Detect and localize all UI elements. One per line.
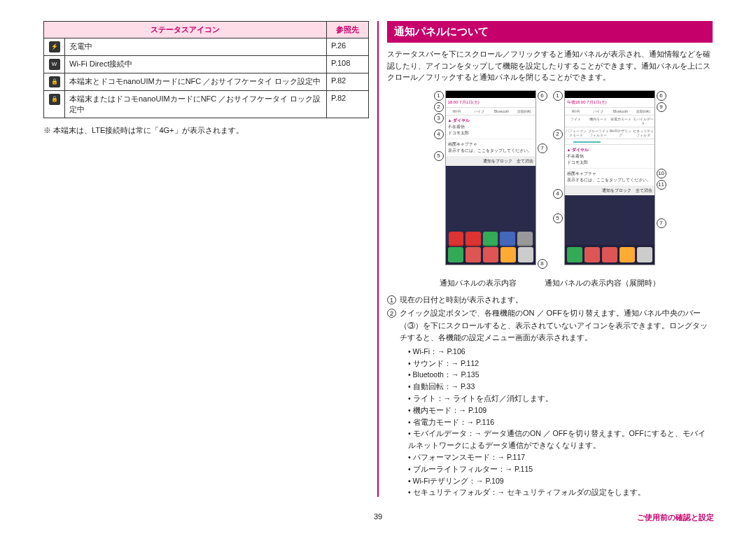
- callout-7b: 7: [657, 218, 666, 228]
- caption-2: 通知パネルの表示内容（展開時）: [545, 278, 660, 288]
- section-title: 通知パネルについて: [387, 21, 713, 43]
- left-column: ステータスアイコン 参照先 ⚡ 充電中 P.26 W Wi-Fi Direct接…: [35, 21, 377, 497]
- cell: P.26: [327, 38, 369, 56]
- callout-6: 6: [538, 91, 547, 101]
- bullet-list: Wi-Fi：→ P.106 サウンド：→ P.112 Bluetooth：→ P…: [408, 346, 713, 498]
- bullet: ブルーライトフィルター：→ P.115: [408, 463, 713, 475]
- notif-sub: 表示するには、ここをタップしてください。: [448, 148, 533, 154]
- callout-9: 9: [657, 102, 666, 112]
- nfc-lock-icon: 🔒: [49, 76, 60, 87]
- th-icon: ステータスアイコン: [44, 22, 327, 38]
- toggle: モバイルデータ: [632, 117, 654, 125]
- toggle: 自動回転: [632, 109, 654, 113]
- notif-title: 不在着信: [567, 153, 652, 160]
- section-name: ご使用前の確認と設定: [637, 512, 714, 523]
- callout-1: 1: [434, 91, 444, 101]
- bullet: Wi-Fiテザリング：→ P.109: [408, 475, 713, 487]
- callout-7: 7: [538, 143, 547, 153]
- toggle: Bluetooth: [610, 109, 632, 113]
- bullet: Bluetooth：→ P.135: [408, 369, 713, 381]
- caption-1: 通知パネルの表示内容: [440, 278, 517, 288]
- clear-btn: 全て消去: [517, 159, 533, 163]
- toggle: ライト: [565, 117, 587, 125]
- callout-4b: 4: [553, 189, 563, 199]
- toggle: 自動回転: [513, 109, 536, 113]
- panel-datetime: 午後18:00 7月1日(土): [565, 98, 654, 108]
- callout-1b: 1: [553, 91, 563, 101]
- notif-sub: ドコモ太郎: [567, 160, 652, 166]
- notif-title: 不在着信: [448, 124, 533, 130]
- notif-sub: ドコモ太郎: [448, 130, 533, 136]
- nfc-lock-icon-2: 🔒: [49, 94, 60, 105]
- num-1: 1: [387, 295, 396, 304]
- toggle: Wi-Fi: [565, 109, 587, 113]
- bullet: 自動回転：→ P.33: [408, 381, 713, 393]
- page-number: 39: [374, 512, 382, 521]
- toggle: Bluetooth: [491, 109, 513, 113]
- cell: Wi-Fi Direct接続中: [65, 56, 327, 73]
- bullet: モバイルデータ：→ データ通信のON ／ OFFを切り替えます。OFFにすると、…: [408, 428, 713, 451]
- toggle: Wi-Fi: [446, 109, 468, 113]
- callout-3: 3: [434, 113, 444, 123]
- callout-5: 5: [434, 151, 444, 161]
- bullet: セキュリティフォルダ：→ セキュリティフォルダの設定をします。: [408, 486, 713, 498]
- num-2: 2: [387, 309, 396, 318]
- table-row: W Wi-Fi Direct接続中 P.108: [44, 56, 369, 73]
- bullet: Wi-Fi：→ P.106: [408, 346, 713, 358]
- callout-2b: 2: [553, 129, 563, 139]
- callout-5b: 5: [553, 213, 563, 223]
- callout-11: 11: [657, 180, 666, 190]
- cell: 本端末またはドコモnanoUIMカードにNFC ／おサイフケータイ ロック設定中: [65, 91, 327, 118]
- toggle: バイブ: [587, 109, 610, 113]
- block-btn: 通知をブロック: [602, 188, 631, 192]
- callout-2: 2: [434, 102, 444, 112]
- toggle: バイブ: [468, 109, 491, 113]
- page-footer: 39 ご使用前の確認と設定: [0, 512, 756, 523]
- phone-screenshot-expanded: 午後18:00 7月1日(土) Wi-Fi バイブ Bluetooth 自動回転…: [564, 90, 655, 265]
- callout-4: 4: [434, 129, 444, 139]
- phone-screenshot-collapsed: 18:00 7月1日(土) Wi-Fi バイブ Bluetooth 自動回転 ▲…: [445, 90, 536, 265]
- notif-sub: 表示するには、ここをタップしてください。: [567, 177, 652, 183]
- table-row: 🔒 本端末とドコモnanoUIMカードにNFC ／おサイフケータイ ロック設定中…: [44, 73, 369, 91]
- table-row: 🔒 本端末またはドコモnanoUIMカードにNFC ／おサイフケータイ ロック設…: [44, 91, 369, 118]
- cell: P.108: [327, 56, 369, 73]
- toggle: 機内モード: [587, 117, 610, 125]
- toggle: パフォーマンスモード: [565, 129, 587, 137]
- cell: 本端末とドコモnanoUIMカードにNFC ／おサイフケータイ ロック設定中: [65, 73, 327, 91]
- clear-btn: 全て消去: [636, 188, 652, 192]
- intro-text: ステータスバーを下にスクロール／フリックすると通知パネルが表示され、通知情報など…: [387, 48, 713, 83]
- notif-title: 画面キャプチャ: [567, 171, 652, 177]
- detail-text: 現在の日付と時刻が表示されます。: [400, 294, 523, 307]
- cell: 充電中: [65, 38, 327, 56]
- status-icons-table: ステータスアイコン 参照先 ⚡ 充電中 P.26 W Wi-Fi Direct接…: [43, 21, 369, 118]
- details: 1 現在の日付と時刻が表示されます。 2 クイック設定ボタンで、各種機能のON …: [387, 294, 713, 344]
- bullet: ライト：→ ライトを点灯／消灯します。: [408, 393, 713, 405]
- notif-app: ▲ ダイヤル: [567, 147, 652, 153]
- notif-app: ▲ ダイヤル: [448, 118, 533, 124]
- wifi-direct-icon: W: [49, 59, 60, 70]
- notif-title: 画面キャプチャ: [448, 141, 533, 148]
- bullet: サウンド：→ P.112: [408, 358, 713, 370]
- toggle: セキュリティフォルダ: [632, 129, 654, 137]
- detail-text: クイック設定ボタンで、各種機能のON ／ OFFを切り替えます。通知パネル中央の…: [400, 307, 713, 344]
- cell: P.82: [327, 91, 369, 118]
- toggle: 省電力モード: [610, 117, 632, 125]
- right-column: 通知パネルについて ステータスバーを下にスクロール／フリックすると通知パネルが表…: [379, 21, 721, 497]
- th-ref: 参照先: [327, 22, 369, 38]
- screenshots: 1 2 3 4 5 18:00 7月1日(土) Wi-Fi バイブ Blueto…: [387, 90, 713, 269]
- callout-6b: 6: [657, 91, 666, 101]
- callout-8: 8: [538, 259, 547, 269]
- charging-icon: ⚡: [49, 41, 60, 52]
- two-column-layout: ステータスアイコン 参照先 ⚡ 充電中 P.26 W Wi-Fi Direct接…: [35, 21, 721, 497]
- block-btn: 通知をブロック: [483, 159, 512, 163]
- bullet: 機内モード：→ P.109: [408, 405, 713, 416]
- bullet: パフォーマンスモード：→ P.117: [408, 451, 713, 463]
- cell: P.82: [327, 73, 369, 91]
- bullet: 省電力モード：→ P.116: [408, 416, 713, 428]
- toggle: ブルーライトフィルター: [587, 129, 610, 137]
- lte-note: ※ 本端末は、LTE接続時は常に「4G+」が表示されます。: [43, 125, 369, 136]
- callout-10: 10: [657, 169, 666, 178]
- toggle: Wi-Fiテザリング: [610, 129, 632, 137]
- panel-datetime: 18:00 7月1日(土): [446, 98, 536, 108]
- table-row: ⚡ 充電中 P.26: [44, 38, 369, 56]
